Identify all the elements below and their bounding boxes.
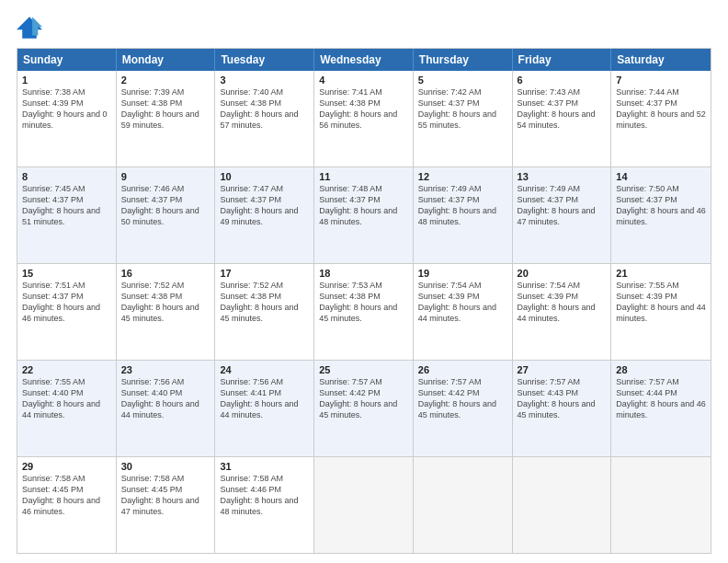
day-number: 21 (616, 268, 706, 279)
calendar-cell (513, 457, 612, 553)
calendar-row: 15 Sunrise: 7:51 AM Sunset: 4:37 PM Dayl… (17, 263, 711, 360)
calendar-header: SundayMondayTuesdayWednesdayThursdayFrid… (17, 49, 711, 71)
day-number: 13 (518, 171, 607, 182)
day-info: Sunrise: 7:42 AM Sunset: 4:37 PM Dayligh… (418, 86, 507, 132)
logo (17, 17, 46, 39)
sunrise-label: Sunrise: 7:57 AM (616, 377, 679, 386)
daylight-label: Daylight: 8 hours and 44 minutes. (121, 399, 199, 419)
day-number: 20 (518, 268, 607, 279)
calendar-cell: 29 Sunrise: 7:58 AM Sunset: 4:45 PM Dayl… (17, 457, 117, 553)
calendar-cell: 7 Sunrise: 7:44 AM Sunset: 4:37 PM Dayli… (611, 71, 711, 167)
calendar: SundayMondayTuesdayWednesdayThursdayFrid… (17, 48, 711, 554)
sunset-label: Sunset: 4:44 PM (616, 388, 677, 397)
daylight-label: Daylight: 8 hours and 44 minutes. (418, 303, 496, 323)
day-number: 4 (319, 75, 408, 86)
calendar-cell: 16 Sunrise: 7:52 AM Sunset: 4:38 PM Dayl… (117, 264, 216, 360)
calendar-cell: 18 Sunrise: 7:53 AM Sunset: 4:38 PM Dayl… (314, 264, 414, 360)
weekday-header: Sunday (17, 49, 117, 71)
sunrise-label: Sunrise: 7:56 AM (121, 377, 185, 386)
day-info: Sunrise: 7:47 AM Sunset: 4:37 PM Dayligh… (220, 183, 309, 228)
calendar-cell: 31 Sunrise: 7:58 AM Sunset: 4:46 PM Dayl… (215, 457, 314, 553)
daylight-label: Daylight: 8 hours and 46 minutes. (22, 303, 100, 323)
day-number: 29 (22, 461, 111, 472)
day-info: Sunrise: 7:57 AM Sunset: 4:43 PM Dayligh… (518, 376, 607, 421)
daylight-label: Daylight: 8 hours and 44 minutes. (220, 399, 298, 419)
daylight-label: Daylight: 8 hours and 50 minutes. (121, 206, 199, 226)
daylight-label: Daylight: 8 hours and 45 minutes. (220, 303, 298, 323)
daylight-label: Daylight: 8 hours and 44 minutes. (518, 303, 596, 323)
calendar-cell (611, 457, 711, 553)
daylight-label: Daylight: 8 hours and 48 minutes. (220, 496, 298, 516)
day-number: 16 (121, 268, 210, 279)
calendar-cell: 11 Sunrise: 7:48 AM Sunset: 4:37 PM Dayl… (314, 167, 414, 263)
sunset-label: Sunset: 4:37 PM (616, 195, 677, 204)
sunset-label: Sunset: 4:38 PM (121, 292, 183, 301)
sunset-label: Sunset: 4:37 PM (518, 98, 579, 108)
day-info: Sunrise: 7:58 AM Sunset: 4:46 PM Dayligh… (220, 473, 309, 518)
day-info: Sunrise: 7:49 AM Sunset: 4:37 PM Dayligh… (418, 183, 507, 228)
calendar-cell: 10 Sunrise: 7:47 AM Sunset: 4:37 PM Dayl… (215, 167, 314, 263)
sunrise-label: Sunrise: 7:39 AM (121, 87, 185, 97)
sunset-label: Sunset: 4:46 PM (220, 485, 281, 494)
sunset-label: Sunset: 4:38 PM (121, 98, 183, 108)
sunrise-label: Sunrise: 7:58 AM (220, 474, 283, 483)
day-info: Sunrise: 7:57 AM Sunset: 4:44 PM Dayligh… (616, 376, 706, 421)
sunset-label: Sunset: 4:39 PM (418, 292, 480, 301)
sunrise-label: Sunrise: 7:56 AM (220, 377, 283, 386)
weekday-header: Thursday (414, 49, 513, 71)
sunset-label: Sunset: 4:37 PM (319, 195, 381, 204)
calendar-row: 22 Sunrise: 7:55 AM Sunset: 4:40 PM Dayl… (17, 360, 711, 456)
sunrise-label: Sunrise: 7:43 AM (518, 87, 581, 97)
sunrise-label: Sunrise: 7:58 AM (22, 474, 85, 483)
day-number: 19 (418, 268, 507, 279)
day-info: Sunrise: 7:54 AM Sunset: 4:39 PM Dayligh… (418, 280, 507, 325)
weekday-header: Monday (117, 49, 216, 71)
day-info: Sunrise: 7:49 AM Sunset: 4:37 PM Dayligh… (518, 183, 607, 228)
day-info: Sunrise: 7:55 AM Sunset: 4:40 PM Dayligh… (22, 376, 111, 421)
day-number: 10 (220, 171, 309, 182)
sunset-label: Sunset: 4:40 PM (22, 388, 84, 397)
daylight-label: Daylight: 8 hours and 44 minutes. (616, 303, 706, 323)
sunset-label: Sunset: 4:37 PM (22, 195, 84, 204)
daylight-label: Daylight: 8 hours and 48 minutes. (319, 206, 397, 226)
day-number: 3 (220, 75, 309, 86)
day-number: 25 (319, 364, 408, 375)
calendar-cell: 4 Sunrise: 7:41 AM Sunset: 4:38 PM Dayli… (314, 71, 414, 167)
page: SundayMondayTuesdayWednesdayThursdayFrid… (0, 0, 728, 563)
sunset-label: Sunset: 4:45 PM (22, 485, 84, 494)
day-number: 14 (616, 171, 706, 182)
day-info: Sunrise: 7:41 AM Sunset: 4:38 PM Dayligh… (319, 86, 408, 132)
sunrise-label: Sunrise: 7:47 AM (220, 184, 283, 193)
daylight-label: Daylight: 8 hours and 55 minutes. (418, 109, 496, 130)
sunrise-label: Sunrise: 7:57 AM (418, 377, 482, 386)
sunset-label: Sunset: 4:39 PM (616, 292, 677, 301)
day-number: 9 (121, 171, 210, 182)
day-info: Sunrise: 7:52 AM Sunset: 4:38 PM Dayligh… (121, 280, 210, 325)
calendar-cell: 17 Sunrise: 7:52 AM Sunset: 4:38 PM Dayl… (215, 264, 314, 360)
day-number: 27 (518, 364, 607, 375)
sunrise-label: Sunrise: 7:52 AM (220, 281, 283, 290)
sunrise-label: Sunrise: 7:55 AM (616, 281, 679, 290)
daylight-label: Daylight: 8 hours and 45 minutes. (518, 399, 596, 419)
calendar-cell (414, 457, 513, 553)
day-info: Sunrise: 7:58 AM Sunset: 4:45 PM Dayligh… (121, 473, 210, 518)
daylight-label: Daylight: 8 hours and 47 minutes. (518, 206, 596, 226)
calendar-cell: 1 Sunrise: 7:38 AM Sunset: 4:39 PM Dayli… (17, 71, 117, 167)
daylight-label: Daylight: 8 hours and 45 minutes. (319, 303, 397, 323)
day-number: 18 (319, 268, 408, 279)
weekday-header: Wednesday (314, 49, 414, 71)
daylight-label: Daylight: 8 hours and 57 minutes. (220, 109, 298, 130)
day-number: 17 (220, 268, 309, 279)
calendar-cell: 24 Sunrise: 7:56 AM Sunset: 4:41 PM Dayl… (215, 361, 314, 456)
daylight-label: Daylight: 8 hours and 45 minutes. (418, 399, 496, 419)
sunrise-label: Sunrise: 7:54 AM (418, 281, 482, 290)
day-info: Sunrise: 7:55 AM Sunset: 4:39 PM Dayligh… (616, 280, 706, 325)
calendar-cell: 6 Sunrise: 7:43 AM Sunset: 4:37 PM Dayli… (513, 71, 612, 167)
svg-marker-0 (17, 17, 42, 38)
day-info: Sunrise: 7:54 AM Sunset: 4:39 PM Dayligh… (518, 280, 607, 325)
calendar-cell: 25 Sunrise: 7:57 AM Sunset: 4:42 PM Dayl… (314, 361, 414, 456)
day-number: 31 (220, 461, 309, 472)
day-info: Sunrise: 7:46 AM Sunset: 4:37 PM Dayligh… (121, 183, 210, 228)
day-number: 5 (418, 75, 507, 86)
calendar-cell: 5 Sunrise: 7:42 AM Sunset: 4:37 PM Dayli… (414, 71, 513, 167)
